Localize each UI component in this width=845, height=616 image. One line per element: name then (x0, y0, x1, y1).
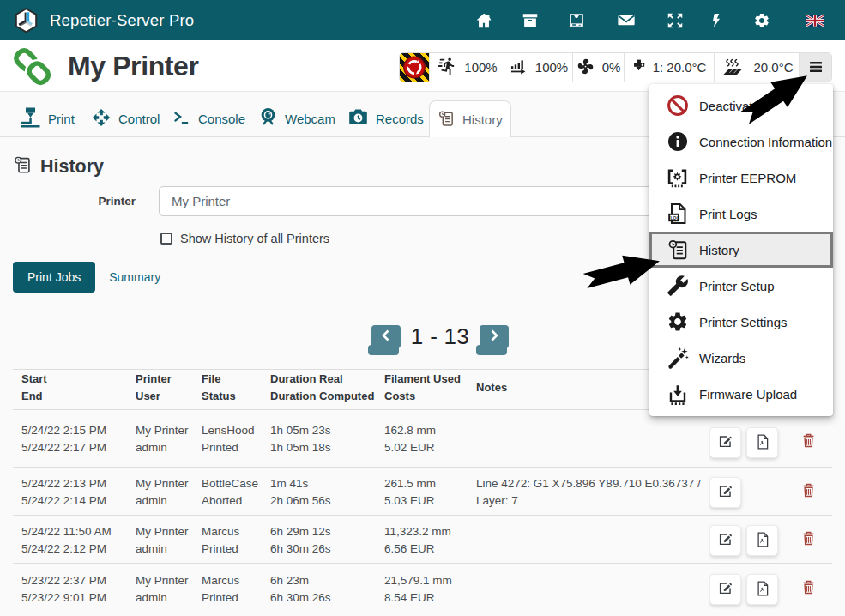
tab-label: History (462, 112, 503, 127)
next-page-button[interactable] (480, 325, 509, 348)
messages-icon[interactable] (617, 11, 636, 30)
tab-history[interactable]: History (429, 100, 511, 137)
print-jobs-tab-button[interactable]: Print Jobs (13, 262, 95, 293)
edit-icon (718, 532, 733, 549)
menu-item-firmware-upload[interactable]: Firmware Upload (649, 376, 833, 412)
fan-icon (576, 57, 595, 78)
job-duration-real: 6h 29m 12s (270, 525, 331, 538)
menu-item-label: Print Logs (699, 207, 757, 221)
tab-webcam[interactable]: Webcam (259, 100, 335, 136)
page-range: 1 - 13 (401, 323, 480, 350)
menu-item-wizards[interactable]: Wizards (649, 340, 833, 376)
edit-notes-button[interactable] (709, 427, 741, 458)
pagination: 1 - 13 (371, 323, 509, 350)
extruder-icon (632, 59, 645, 76)
fullscreen-icon[interactable] (666, 11, 685, 30)
menu-item-printer-eeprom[interactable]: Printer EEPROM (649, 160, 833, 196)
printer-icon[interactable] (567, 11, 586, 30)
fan-value: 0% (602, 60, 621, 75)
flow-multiplier-chip[interactable]: 100% (504, 53, 572, 82)
delete-job-button[interactable] (802, 580, 815, 597)
print-tab-icon (21, 107, 40, 130)
job-end: 5/24/22 2:14 PM (21, 494, 106, 507)
delete-job-button[interactable] (802, 483, 815, 500)
emergency-stop-button[interactable] (400, 53, 429, 82)
trash-icon (802, 438, 815, 450)
job-filament: 162.8 mm (384, 424, 436, 437)
job-printer: My Printer (136, 525, 189, 538)
edit-icon (718, 434, 733, 451)
menu-item-label: History (699, 243, 739, 257)
menu-item-connection-information[interactable]: Connection Information (649, 124, 833, 160)
job-duration-real: 1h 05m 23s (270, 424, 331, 437)
job-duration-computed: 6h 30m 26s (270, 591, 331, 604)
job-start: 5/24/22 11:50 AM (21, 525, 112, 538)
pdf-report-button[interactable] (746, 427, 778, 458)
menu-item-label: Printer Setup (699, 279, 775, 293)
menu-item-label: Firmware Upload (699, 387, 797, 402)
trash-icon (802, 535, 815, 548)
menu-item-history[interactable]: History (649, 232, 833, 268)
speed-value: 100% (464, 60, 497, 75)
storage-icon[interactable] (521, 11, 540, 30)
home-icon[interactable] (474, 11, 493, 30)
pdf-report-button[interactable] (746, 574, 778, 605)
tab-label: Webcam (285, 112, 335, 126)
prev-page-button[interactable] (371, 325, 401, 348)
job-printer: My Printer (136, 574, 189, 587)
trash-icon (802, 487, 815, 500)
job-status: Printed (202, 591, 238, 604)
menu-item-label: Wizards (699, 351, 745, 365)
speed-multiplier-chip[interactable]: 100% (429, 53, 504, 82)
records-tab-icon (348, 108, 368, 129)
global-settings-icon[interactable] (752, 11, 771, 30)
printer-connected-link-icon (12, 48, 53, 86)
chevron-right-icon (489, 329, 499, 344)
show-all-printers-checkbox[interactable] (160, 233, 172, 245)
job-user: admin (136, 494, 167, 507)
fan-speed-chip[interactable]: 0% (572, 53, 624, 82)
job-filament: 261.5 mm (384, 477, 436, 490)
job-printer: My Printer (136, 424, 189, 437)
tab-records[interactable]: Records (348, 100, 424, 136)
summary-tab-button[interactable]: Summary (109, 270, 160, 284)
tab-print[interactable]: Print (21, 100, 75, 136)
file-pdf-icon (756, 434, 770, 452)
menu-item-printer-setup[interactable]: Printer Setup (649, 268, 833, 304)
job-user: admin (136, 441, 167, 454)
repetier-logo (14, 8, 39, 33)
column-header-start-end: StartEnd (13, 370, 127, 410)
edit-notes-button[interactable] (709, 477, 741, 508)
printer-menu-button[interactable] (799, 53, 831, 82)
delete-job-button[interactable] (802, 433, 815, 450)
job-duration-real: 1m 41s (270, 477, 308, 490)
printer-settings-icon (666, 311, 689, 334)
delete-job-button[interactable] (802, 531, 815, 548)
tab-control[interactable]: Control (92, 100, 160, 136)
job-duration-computed: 6h 30m 26s (270, 542, 331, 555)
extruder-temp-chip[interactable]: 1: 20.0°C (624, 53, 714, 82)
app-title: Repetier-Server Pro (50, 11, 194, 30)
speed-icon (436, 57, 456, 78)
console-tab-icon (172, 109, 190, 129)
bed-temp-chip[interactable]: 20.0°C (714, 53, 799, 82)
edit-notes-button[interactable] (709, 525, 741, 556)
tab-label: Print (48, 112, 75, 126)
job-start: 5/23/22 2:37 PM (21, 574, 106, 587)
menu-item-print-logs[interactable]: LOGPrint Logs (649, 196, 833, 232)
firmware-upload-icon (666, 383, 689, 406)
pdf-report-button[interactable] (746, 525, 778, 556)
edit-notes-button[interactable] (709, 574, 741, 605)
svg-text:LOG: LOG (671, 215, 680, 220)
language-en-icon[interactable] (806, 11, 824, 30)
job-status: Aborted (202, 494, 242, 507)
print-job-row: 5/24/22 2:15 PM5/24/22 2:17 PMMy Printer… (13, 410, 832, 468)
quick-commands-icon[interactable] (707, 11, 726, 30)
printer-dropdown-menu: DeactivateConnection InformationPrinter … (649, 84, 833, 416)
menu-item-deactivate[interactable]: Deactivate (649, 88, 833, 124)
menu-item-label: Connection Information (699, 135, 832, 149)
job-end: 5/24/22 2:17 PM (21, 441, 106, 454)
tab-console[interactable]: Console (172, 100, 245, 136)
job-status: Printed (202, 441, 238, 454)
menu-item-printer-settings[interactable]: Printer Settings (649, 304, 833, 340)
